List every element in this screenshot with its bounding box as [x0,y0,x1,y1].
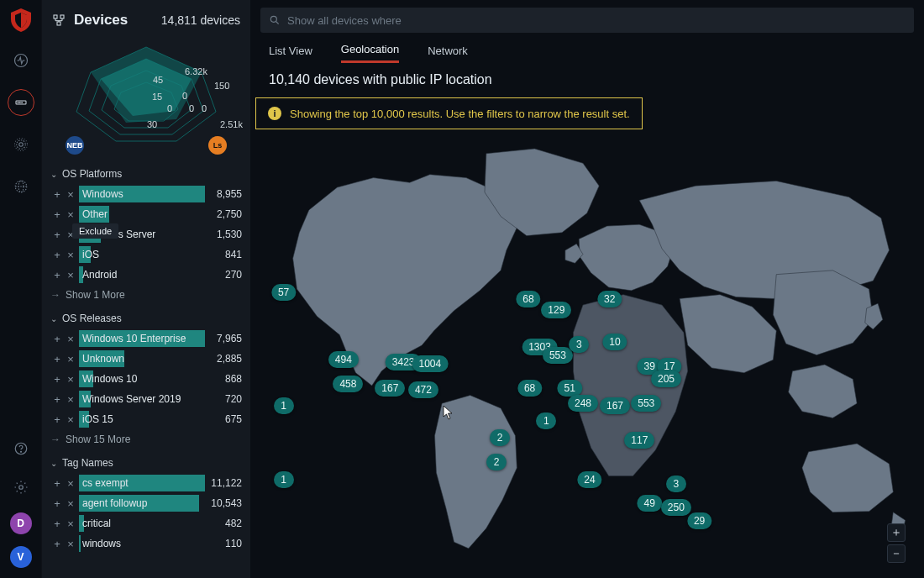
facet-row: +×Android270 [50,265,242,284]
map-cluster[interactable]: 117 [624,432,654,449]
map-cluster[interactable]: 49 [638,495,662,512]
exclude-button[interactable]: × [64,518,77,530]
include-button[interactable]: + [50,518,64,530]
world-map[interactable]: 5749445816734231004472112268129130355368… [250,138,916,573]
map-cluster[interactable]: 3 [666,476,686,492]
radar-label: 15 [152,92,162,102]
filter-sidebar: Devices 14,811 devices 6.32k 45 150 15 0… [42,0,250,578]
map-cluster[interactable]: 205 [651,370,681,387]
map-cluster[interactable]: 553 [543,347,573,364]
include-button[interactable]: + [50,229,64,241]
exclude-button[interactable]: × [64,497,77,510]
radar-label: 30 [147,119,157,129]
include-button[interactable]: + [50,538,64,550]
map-cluster[interactable]: 248 [568,395,598,412]
facet-row: +×Windows 10868 [50,370,242,388]
map-cluster[interactable]: 494 [328,351,359,368]
exclude-button[interactable]: × [64,269,77,281]
search-input[interactable] [287,14,906,27]
include-button[interactable]: + [50,373,64,386]
radar-label: 2.51k [220,119,243,129]
exclude-button[interactable]: × [64,538,77,550]
map-cluster[interactable]: 32 [597,291,622,307]
nav-rail: D V [0,0,42,578]
include-button[interactable]: + [50,333,64,345]
map-cluster[interactable]: 2 [486,454,507,470]
facet-value: 8,955 [205,188,242,200]
exclude-button[interactable]: × [64,393,77,406]
map-cluster[interactable]: 129 [541,302,571,318]
zoom-in-button[interactable]: ＋ [887,523,906,542]
tab-network[interactable]: Network [428,45,468,62]
map-cluster[interactable]: 167 [600,397,630,414]
include-button[interactable]: + [50,188,64,201]
map-cluster[interactable]: 1 [536,412,556,429]
map-cluster[interactable]: 68 [516,291,540,307]
search-wrap[interactable] [260,8,914,33]
facet-tag-names[interactable]: ⌄Tag Names [50,457,242,469]
exclude-button[interactable]: × [64,208,77,221]
map-cluster[interactable]: 51 [557,380,581,397]
map-cluster[interactable]: 458 [333,376,363,392]
map-cluster[interactable]: 29 [687,512,711,529]
avatar-v[interactable]: V [10,546,32,568]
exclude-button[interactable]: × [64,413,77,426]
tab-list-view[interactable]: List View [269,45,312,62]
more-label: Show 15 More [66,434,130,445]
include-button[interactable]: + [50,413,64,426]
show-more-osp[interactable]: →Show 1 More [50,289,242,301]
facet-os-releases[interactable]: ⌄OS Releases [50,313,242,324]
help-icon[interactable] [8,435,34,462]
globe-icon[interactable] [8,173,34,200]
map-cluster[interactable]: 68 [517,380,542,397]
facet-label: iOS 15 [82,411,113,428]
facet-value: 841 [205,249,242,260]
include-button[interactable]: + [50,208,64,221]
include-button[interactable]: + [50,269,64,281]
include-button[interactable]: + [50,477,64,490]
chevron-down-icon: ⌄ [50,314,57,323]
settings-icon[interactable] [8,474,34,501]
exclude-button[interactable]: × [64,373,77,386]
map-cluster[interactable]: 1 [274,471,294,488]
exclude-button[interactable]: × [64,333,77,345]
chevron-down-icon: ⌄ [50,170,57,179]
map-cluster[interactable]: 57 [271,284,296,301]
exclude-button[interactable]: × [64,353,77,365]
include-button[interactable]: + [50,393,64,406]
include-button[interactable]: + [50,249,64,261]
map-cluster[interactable]: 10 [602,334,627,350]
exclude-button[interactable]: × [64,477,77,490]
facet-row: +×iOS841 [50,245,242,264]
map-cluster[interactable]: 472 [408,381,438,398]
radar-label: 0 [182,91,187,101]
tab-geolocation[interactable]: Geolocation [341,43,399,63]
devices-icon[interactable] [8,89,34,116]
facet-value: 110 [205,538,242,549]
activity-icon[interactable] [8,47,34,74]
zoom-out-button[interactable]: － [887,544,906,563]
exclude-button[interactable]: × [64,249,77,261]
show-more-osr[interactable]: →Show 15 More [50,434,242,445]
map-cluster[interactable]: 167 [375,380,405,397]
include-button[interactable]: + [50,353,64,365]
include-button[interactable]: + [50,497,64,510]
zoom-controls: ＋ － [887,523,906,563]
map-cluster[interactable]: 3 [569,336,589,353]
facet-label: Windows Server 2019 [82,391,181,407]
map-cluster[interactable]: 1004 [412,355,448,372]
map-cluster[interactable]: 250 [661,499,691,516]
facet-os-platforms[interactable]: ⌄OS Platforms [50,168,242,180]
avatar-d[interactable]: D [10,512,32,534]
tooltip: Exclude [72,223,118,239]
exclude-button[interactable]: × [64,188,77,201]
map-cluster[interactable]: 553 [631,395,661,412]
map-cluster[interactable]: 1 [274,397,294,414]
facet-label: Windows [82,186,123,202]
facet-label: Windows 10 Enterprise [82,330,186,347]
facet-label: windows [82,535,121,552]
radar-icon[interactable] [8,131,34,158]
map-cluster[interactable]: 2 [490,429,510,446]
facet-value: 270 [205,269,242,281]
map-cluster[interactable]: 24 [577,471,601,488]
